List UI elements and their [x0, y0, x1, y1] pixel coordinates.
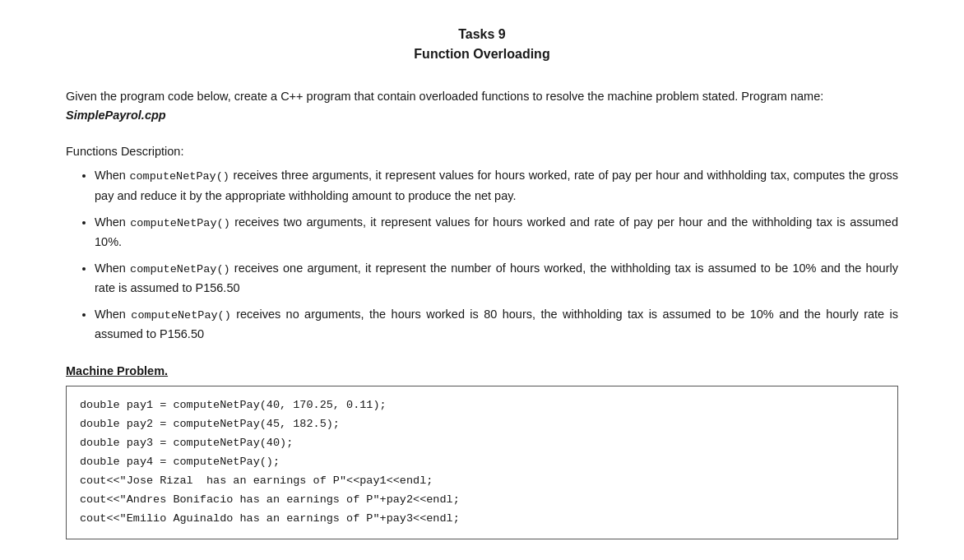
- bullet-code-1: computeNetPay(): [130, 217, 230, 229]
- functions-description-label: Functions Description:: [66, 145, 898, 158]
- page-header: Tasks 9 Function Overloading: [66, 25, 898, 64]
- bullet-before-2: When: [95, 261, 130, 275]
- header-title-top: Tasks 9: [66, 25, 898, 44]
- bullet-before-3: When: [95, 308, 131, 321]
- header-title-bottom: Function Overloading: [66, 44, 898, 64]
- bullet-code-3: computeNetPay(): [131, 309, 231, 322]
- list-item: When computeNetPay() receives one argume…: [95, 259, 898, 299]
- program-name: SimplePayrol.cpp: [66, 109, 166, 122]
- list-item: When computeNetPay() receives three argu…: [95, 166, 898, 206]
- intro-text: Given the program code below, create a C…: [66, 90, 823, 103]
- bullet-code-0: computeNetPay(): [129, 170, 229, 183]
- bullet-code-2: computeNetPay(): [130, 263, 230, 275]
- bullet-list: When computeNetPay() receives three argu…: [66, 166, 898, 345]
- list-item: When computeNetPay() receives two argume…: [95, 213, 898, 252]
- bullet-before-1: When: [95, 215, 130, 229]
- code-block: double pay1 = computeNetPay(40, 170.25, …: [66, 386, 898, 539]
- bullet-before-0: When: [95, 169, 129, 182]
- intro-paragraph: Given the program code below, create a C…: [66, 87, 898, 125]
- machine-problem-label: Machine Problem.: [66, 364, 898, 377]
- list-item: When computeNetPay() receives no argumen…: [95, 305, 898, 345]
